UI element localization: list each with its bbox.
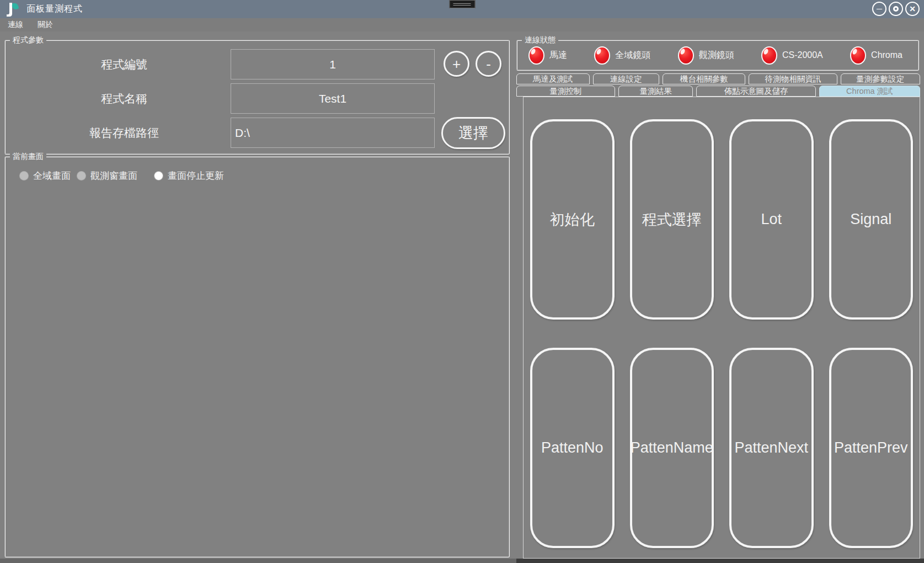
window-title: 面板量測程式 (26, 3, 83, 15)
status-chroma: Chroma (850, 46, 902, 65)
maximize-icon[interactable] (889, 2, 903, 16)
tab-dut-info[interactable]: 待測物相關資訊 (749, 73, 837, 84)
menu-item-connect[interactable]: 連線 (8, 20, 23, 30)
radio-observe-screen-label: 觀測窗畫面 (90, 169, 137, 182)
tab-layout-save[interactable]: 佈點示意圖及儲存 (696, 86, 816, 97)
program-params-group: 程式參數 程式編號 程式名稱 報告存檔路徑 + - 選擇 (4, 40, 510, 155)
decrement-button[interactable]: - (476, 51, 501, 77)
app-logo-icon (6, 2, 20, 17)
minimize-icon[interactable]: ─ (872, 2, 886, 16)
radio-global-screen[interactable]: 全域畫面 (20, 169, 71, 182)
current-screen-title: 當前畫面 (10, 152, 46, 162)
program-params-title: 程式參數 (10, 35, 46, 45)
signal-button[interactable]: Signal (829, 119, 914, 320)
radio-global-screen-label: 全域畫面 (33, 169, 71, 182)
tab-measure-control[interactable]: 量測控制 (516, 86, 615, 97)
tab-row-1: 馬達及測試 連線設定 機台相關參數 待測物相關資訊 量測參數設定 (516, 73, 920, 84)
red-led-icon (761, 46, 777, 65)
tab-measure-result[interactable]: 量測結果 (618, 86, 693, 97)
red-led-icon (678, 46, 694, 65)
tab-motor-test[interactable]: 馬達及測試 (516, 73, 590, 84)
status-motor: 馬達 (528, 46, 567, 65)
tab-row-2: 量測控制 量測結果 佈點示意圖及儲存 Chroma 測試 (516, 86, 920, 97)
status-observe-camera-label: 觀測鏡頭 (699, 50, 734, 61)
program-number-input[interactable] (231, 49, 435, 79)
patten-prev-button[interactable]: PattenPrev (829, 348, 914, 548)
radio-stop-update-label: 畫面停止更新 (168, 169, 224, 182)
chroma-test-page: 初始化 程式選擇 Lot Signal PattenNo PattenName … (523, 97, 920, 559)
report-path-label: 報告存檔路徑 (61, 118, 188, 148)
title-bar: 面板量測程式 ─ ✕ (0, 0, 924, 18)
increment-button[interactable]: + (444, 51, 469, 77)
led-row: 馬達 全域鏡頭 觀測鏡頭 CS-2000A Chroma (517, 41, 918, 70)
screen-grip-handle (449, 0, 475, 8)
program-name-label: 程式名稱 (61, 83, 188, 114)
tab-chroma-test[interactable]: Chroma 測試 (819, 86, 920, 97)
tab-measure-params[interactable]: 量測參數設定 (841, 73, 920, 84)
menu-bar: 連線 關於 (0, 18, 924, 31)
status-global-camera-label: 全域鏡頭 (615, 50, 650, 61)
lot-button[interactable]: Lot (729, 119, 814, 320)
radio-observe-screen[interactable]: 觀測窗畫面 (77, 169, 137, 182)
status-chroma-label: Chroma (871, 50, 902, 60)
tab-machine-params[interactable]: 機台相關參數 (663, 73, 745, 84)
status-cs2000a: CS-2000A (761, 46, 823, 65)
status-motor-label: 馬達 (549, 50, 567, 61)
status-observe-camera: 觀測鏡頭 (678, 46, 734, 65)
program-name-input[interactable] (231, 83, 435, 114)
red-led-icon (528, 46, 544, 65)
tab-connection-settings[interactable]: 連線設定 (593, 73, 660, 84)
initialize-button[interactable]: 初始化 (530, 119, 615, 320)
menu-item-about[interactable]: 關於 (38, 20, 53, 30)
patten-next-button[interactable]: PattenNext (729, 348, 814, 548)
radio-dot-icon (20, 172, 28, 180)
browse-path-button[interactable]: 選擇 (441, 117, 505, 149)
program-number-label: 程式編號 (61, 49, 188, 79)
patten-no-button[interactable]: PattenNo (530, 348, 615, 548)
bottom-edge-left (0, 559, 516, 563)
radio-dot-icon (77, 172, 86, 180)
close-icon[interactable]: ✕ (905, 2, 920, 16)
patten-name-button[interactable]: PattenName (630, 348, 714, 548)
radio-stop-update[interactable]: 畫面停止更新 (154, 169, 224, 182)
status-cs2000a-label: CS-2000A (782, 50, 823, 60)
connection-status-group: 連線狀態 馬達 全域鏡頭 觀測鏡頭 CS-2000A Chroma (516, 40, 919, 71)
maximize-ring (893, 6, 899, 12)
red-led-icon (850, 46, 866, 65)
program-select-button[interactable]: 程式選擇 (630, 119, 714, 320)
bottom-edge-right (516, 559, 924, 563)
report-path-input[interactable] (231, 118, 435, 148)
status-global-camera: 全域鏡頭 (594, 46, 650, 65)
red-led-icon (594, 46, 610, 65)
window-controls: ─ ✕ (872, 2, 920, 16)
current-screen-group: 當前畫面 全域畫面 觀測窗畫面 畫面停止更新 (4, 156, 510, 557)
connection-status-title: 連線狀態 (522, 35, 558, 45)
radio-dot-icon (154, 172, 163, 180)
